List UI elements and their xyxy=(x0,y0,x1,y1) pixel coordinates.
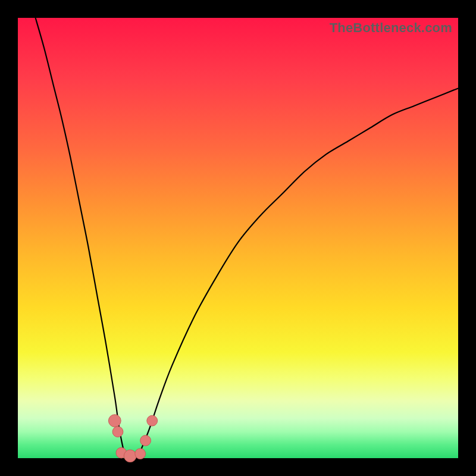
bottleneck-curve xyxy=(36,18,460,459)
chart-frame: TheBottleneck.com xyxy=(0,0,476,476)
curve-marker xyxy=(147,415,158,426)
curve-marker xyxy=(135,449,146,459)
curve-svg xyxy=(18,18,458,458)
plot-area: TheBottleneck.com xyxy=(18,18,458,458)
curve-markers xyxy=(108,415,157,462)
curve-marker xyxy=(124,450,136,462)
curve-marker xyxy=(108,415,121,427)
curve-marker xyxy=(112,427,123,437)
curve-marker xyxy=(140,436,151,446)
